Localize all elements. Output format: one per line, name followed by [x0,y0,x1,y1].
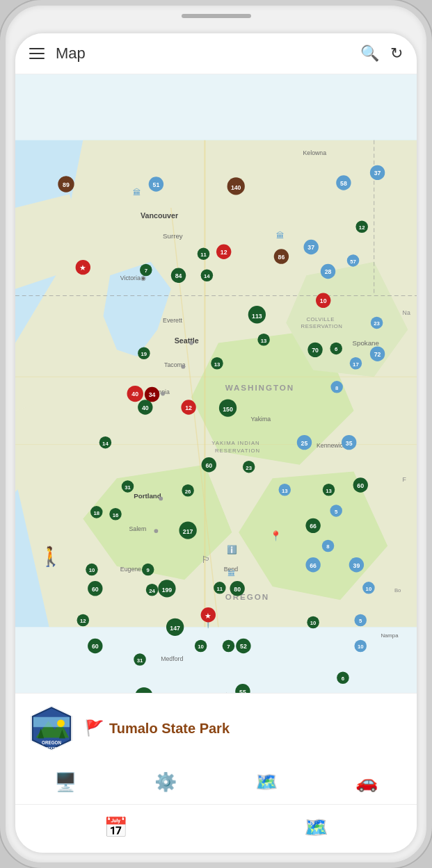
phone-notch [182,14,251,18]
svg-text:26: 26 [185,489,191,495]
phone-frame: Map 🔍 ↻ [0,0,432,868]
svg-text:12: 12 [80,618,86,624]
hamburger-menu-icon[interactable] [29,48,45,59]
svg-text:84: 84 [175,272,182,279]
svg-text:23: 23 [374,320,380,327]
page-title: Map [56,44,86,63]
svg-text:10: 10 [366,586,372,592]
svg-text:PARKS: PARKS [47,750,57,753]
svg-text:★: ★ [205,612,211,620]
svg-text:60: 60 [205,462,212,469]
svg-text:Eugene: Eugene [120,566,141,573]
phone-screen: Map 🔍 ↻ [15,33,417,853]
svg-text:11: 11 [200,252,207,258]
svg-text:40: 40 [142,404,149,411]
car-button[interactable]: 🚗 [344,769,389,796]
header-right: 🔍 ↻ [360,44,403,63]
search-icon[interactable]: 🔍 [360,44,379,63]
svg-text:12: 12 [221,249,227,256]
svg-text:🏳: 🏳 [225,691,234,693]
svg-point-41 [189,341,193,345]
svg-text:10: 10 [358,644,364,650]
header: Map 🔍 ↻ [15,33,417,74]
svg-text:🏛: 🏛 [276,231,285,240]
calendar-check-icon: 📅 [104,816,128,839]
svg-text:11: 11 [217,586,223,592]
svg-text:13: 13 [261,338,267,344]
svg-text:35: 35 [346,440,353,447]
svg-point-189 [135,687,152,693]
refresh-icon[interactable]: ↻ [390,44,403,63]
svg-text:OREGON: OREGON [225,592,270,601]
svg-text:5: 5 [359,618,362,624]
svg-text:60: 60 [92,643,99,650]
map-button[interactable]: 🗺️ [244,769,289,796]
svg-text:25: 25 [301,440,308,447]
svg-text:31: 31 [137,657,143,664]
park-info: OREGON STATE PARKS 🚩 Tumalo State Park [15,693,417,763]
monitor-button[interactable]: 🖥️ [43,769,88,796]
park-actions: 🖥️ ⚙️ 🗺️ 🚗 [15,763,417,804]
svg-text:58: 58 [340,180,347,187]
svg-text:8: 8 [335,385,339,391]
svg-text:31: 31 [125,484,131,491]
svg-text:Victoria◉: Victoria◉ [120,275,146,281]
map-icon: 🗺️ [255,771,278,793]
monitor-icon: 🖥️ [54,771,77,793]
svg-text:12: 12 [359,224,365,231]
svg-text:89: 89 [63,181,70,188]
svg-point-201 [57,719,65,727]
svg-text:23: 23 [246,465,252,471]
header-left: Map [29,44,86,63]
svg-text:6: 6 [342,675,345,682]
nav-map[interactable]: 🗺️ [216,816,417,839]
svg-text:13: 13 [282,488,288,494]
svg-point-43 [161,392,165,396]
svg-text:113: 113 [252,313,262,320]
svg-point-42 [181,365,185,369]
svg-text:Everett: Everett [163,317,182,324]
svg-text:COLVILLE: COLVILLE [306,316,334,322]
svg-text:ℹ️: ℹ️ [227,545,237,555]
svg-text:34: 34 [149,391,156,398]
svg-text:147: 147 [170,625,180,632]
svg-text:F: F [403,476,406,483]
svg-text:🚶: 🚶 [39,545,63,568]
svg-text:55: 55 [239,689,246,693]
settings-button[interactable]: ⚙️ [143,769,188,796]
svg-text:Na: Na [403,309,410,316]
svg-text:Vancouver: Vancouver [141,211,178,220]
svg-text:24: 24 [149,588,155,594]
svg-text:Surrey: Surrey [163,232,183,240]
svg-text:Medford: Medford [161,655,183,662]
svg-text:14: 14 [102,441,109,447]
svg-text:39: 39 [353,562,360,569]
svg-text:37: 37 [374,170,381,177]
svg-text:9: 9 [147,567,150,573]
svg-text:60: 60 [92,586,99,593]
svg-text:📍: 📍 [270,530,282,542]
svg-text:Spokane: Spokane [353,339,379,347]
svg-text:18: 18 [93,510,99,516]
park-details: 🚩 Tumalo State Park [85,719,230,737]
svg-text:10: 10 [320,297,327,304]
svg-text:Salem: Salem [129,525,146,532]
svg-text:Seattle: Seattle [175,336,199,345]
svg-text:199: 199 [162,587,173,593]
svg-text:RESERVATION: RESERVATION [215,448,260,454]
bottom-panel: OREGON STATE PARKS 🚩 Tumalo State Park [15,693,417,853]
svg-text:🏳: 🏳 [202,555,211,565]
map-container[interactable]: Kelowna Vancouver Surrey Victoria◉ Evere… [15,74,417,693]
svg-point-44 [159,496,163,500]
svg-text:🏛: 🏛 [227,568,236,578]
svg-text:Bo: Bo [394,587,401,593]
nav-calendar[interactable]: 📅 [15,816,216,839]
svg-text:16: 16 [113,512,119,518]
svg-text:OREGON: OREGON [42,740,61,745]
svg-text:19: 19 [141,351,147,357]
svg-text:★: ★ [79,264,86,272]
bottom-nav: 📅 🗺️ [15,804,417,853]
svg-text:72: 72 [374,351,381,358]
svg-text:140: 140 [231,184,241,191]
map-outline-icon: 🗺️ [304,816,328,839]
